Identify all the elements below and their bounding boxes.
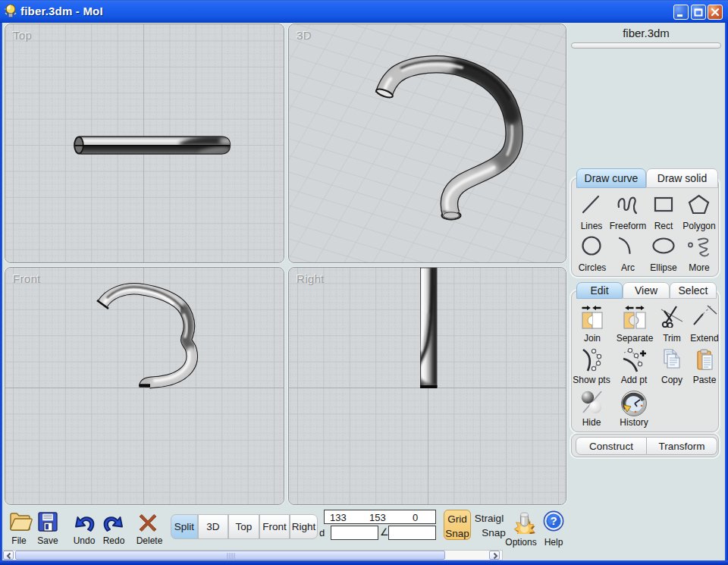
svg-text:?: ? — [550, 514, 557, 527]
